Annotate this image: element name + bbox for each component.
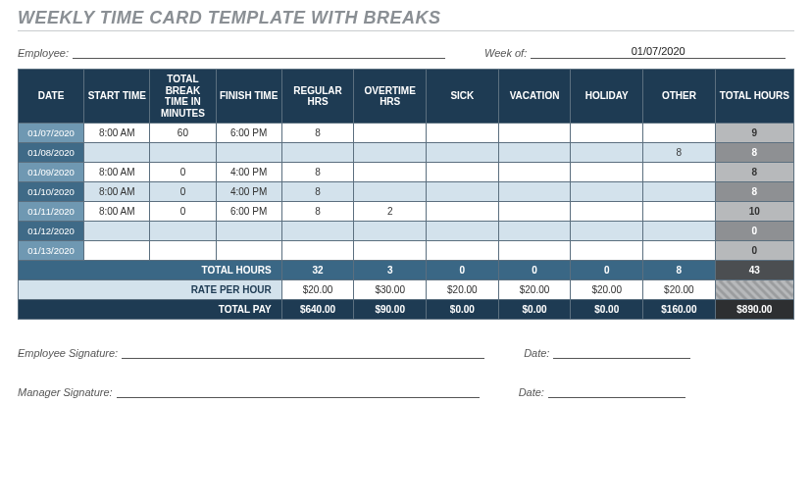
row-total-hours: TOTAL HOURS 32 3 0 0 0 8 43 — [19, 261, 794, 280]
cell-start[interactable] — [84, 241, 150, 261]
cell-regular[interactable]: 8 — [281, 124, 354, 143]
cell-other[interactable] — [643, 241, 716, 261]
rate-overtime[interactable]: $30.00 — [354, 280, 427, 300]
rate-other[interactable]: $20.00 — [643, 280, 716, 300]
employee-signature-row: Employee Signature: Date: — [18, 345, 794, 359]
manager-signature-row: Manager Signature: Date: — [18, 384, 794, 398]
cell-finish[interactable] — [216, 222, 281, 241]
cell-overtime[interactable] — [354, 241, 427, 261]
cell-regular[interactable]: 8 — [281, 182, 354, 202]
cell-vacation[interactable] — [498, 202, 571, 222]
cell-break[interactable] — [150, 241, 216, 261]
cell-overtime[interactable]: 2 — [354, 202, 427, 222]
cell-start[interactable]: 8:00 AM — [84, 182, 150, 202]
cell-sick[interactable] — [427, 182, 499, 202]
cell-holiday[interactable] — [571, 202, 643, 222]
total-hours-overtime: 3 — [354, 261, 427, 280]
pay-vacation: $0.00 — [498, 300, 571, 320]
cell-break[interactable]: 0 — [150, 163, 216, 182]
cell-start[interactable]: 8:00 AM — [84, 202, 150, 222]
cell-total: 9 — [715, 124, 793, 143]
cell-regular[interactable] — [281, 222, 354, 241]
cell-vacation[interactable] — [498, 124, 571, 143]
cell-date: 01/13/2020 — [19, 241, 84, 261]
th-overtime: OVERTIME HRS — [354, 70, 427, 124]
rate-regular[interactable]: $20.00 — [281, 280, 354, 300]
cell-start[interactable]: 8:00 AM — [84, 163, 150, 182]
cell-overtime[interactable] — [354, 124, 427, 143]
cell-vacation[interactable] — [498, 222, 571, 241]
cell-overtime[interactable] — [354, 222, 427, 241]
cell-vacation[interactable] — [498, 143, 571, 163]
total-hours-vacation: 0 — [498, 261, 571, 280]
cell-finish[interactable]: 4:00 PM — [216, 182, 281, 202]
table-row: 01/08/202088 — [19, 143, 794, 163]
cell-vacation[interactable] — [498, 163, 571, 182]
cell-vacation[interactable] — [498, 241, 571, 261]
cell-sick[interactable] — [427, 163, 499, 182]
cell-holiday[interactable] — [571, 222, 643, 241]
cell-start[interactable] — [84, 143, 150, 163]
cell-start[interactable] — [84, 222, 150, 241]
employee-label: Employee: — [18, 47, 69, 59]
emp-sig-date-line[interactable] — [553, 345, 690, 359]
mgr-sig-line[interactable] — [117, 384, 480, 398]
cell-break[interactable]: 60 — [150, 124, 216, 143]
cell-sick[interactable] — [427, 222, 499, 241]
cell-holiday[interactable] — [571, 241, 643, 261]
pay-regular: $640.00 — [281, 300, 354, 320]
cell-other[interactable] — [643, 182, 716, 202]
cell-other[interactable] — [643, 202, 716, 222]
rate-sick[interactable]: $20.00 — [427, 280, 499, 300]
total-hours-holiday: 0 — [571, 261, 643, 280]
cell-regular[interactable]: 8 — [281, 163, 354, 182]
cell-sick[interactable] — [427, 202, 499, 222]
rate-vacation[interactable]: $20.00 — [498, 280, 571, 300]
cell-date: 01/09/2020 — [19, 163, 84, 182]
cell-overtime[interactable] — [354, 143, 427, 163]
cell-other[interactable]: 8 — [643, 143, 716, 163]
emp-sig-line[interactable] — [122, 345, 484, 359]
cell-sick[interactable] — [427, 143, 499, 163]
cell-break[interactable]: 0 — [150, 182, 216, 202]
cell-other[interactable] — [643, 124, 716, 143]
cell-finish[interactable]: 4:00 PM — [216, 163, 281, 182]
cell-overtime[interactable] — [354, 163, 427, 182]
cell-holiday[interactable] — [571, 182, 643, 202]
cell-holiday[interactable] — [571, 163, 643, 182]
rate-label: RATE PER HOUR — [19, 280, 282, 300]
cell-break[interactable]: 0 — [150, 202, 216, 222]
table-row: 01/13/20200 — [19, 241, 794, 261]
cell-finish[interactable]: 6:00 PM — [216, 124, 281, 143]
page-title: WEEKLY TIME CARD TEMPLATE WITH BREAKS — [18, 8, 794, 31]
cell-break[interactable] — [150, 222, 216, 241]
th-holiday: HOLIDAY — [571, 70, 643, 124]
signature-block: Employee Signature: Date: Manager Signat… — [18, 345, 794, 398]
mgr-sig-date-line[interactable] — [548, 384, 685, 398]
total-hours-regular: 32 — [281, 261, 354, 280]
employee-value[interactable] — [73, 45, 445, 59]
cell-finish[interactable] — [216, 241, 281, 261]
week-of-value[interactable]: 01/07/2020 — [531, 45, 786, 59]
cell-regular[interactable] — [281, 143, 354, 163]
cell-total: 8 — [715, 163, 793, 182]
total-hours-label: TOTAL HOURS — [19, 261, 282, 280]
cell-finish[interactable]: 6:00 PM — [216, 202, 281, 222]
cell-holiday[interactable] — [571, 143, 643, 163]
employee-field: Employee: — [18, 45, 445, 59]
cell-start[interactable]: 8:00 AM — [84, 124, 150, 143]
th-other: OTHER — [643, 70, 716, 124]
cell-break[interactable] — [150, 143, 216, 163]
cell-other[interactable] — [643, 163, 716, 182]
timecard-table: DATE START TIME TOTAL BREAK TIME IN MINU… — [18, 69, 794, 320]
cell-other[interactable] — [643, 222, 716, 241]
cell-sick[interactable] — [427, 124, 499, 143]
cell-finish[interactable] — [216, 143, 281, 163]
cell-holiday[interactable] — [571, 124, 643, 143]
cell-overtime[interactable] — [354, 182, 427, 202]
cell-regular[interactable]: 8 — [281, 202, 354, 222]
cell-regular[interactable] — [281, 241, 354, 261]
rate-holiday[interactable]: $20.00 — [571, 280, 643, 300]
cell-sick[interactable] — [427, 241, 499, 261]
cell-vacation[interactable] — [498, 182, 571, 202]
